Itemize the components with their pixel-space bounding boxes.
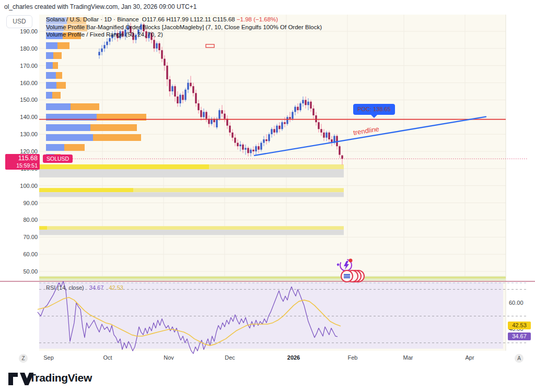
time-tick-label[interactable]: 2026 — [287, 354, 300, 361]
price-tick-label: 160.00 — [6, 80, 38, 86]
rsi-ma-value: 42.53 — [109, 284, 123, 291]
volume-profile-bars — [46, 17, 146, 161]
last-price-label: 115.68 15:59:51 — [5, 154, 40, 170]
ohlc-values: O117.66 H117.99 L112.11 C115.68 — [142, 16, 235, 22]
time-tick-label[interactable]: Dec — [225, 354, 235, 361]
time-tick-label[interactable]: Feb — [348, 354, 358, 361]
order-block-zones — [39, 164, 344, 235]
rsi-ma-badge: 42.53 — [508, 322, 531, 329]
candlestick-series — [98, 23, 343, 165]
tradingview-chart-page: ol_charles created with TradingView.com,… — [0, 0, 535, 392]
chart-marks-canvas — [0, 0, 535, 392]
rsi-current-value: 34.67 — [89, 284, 104, 291]
time-tick-label[interactable]: Apr — [465, 354, 474, 361]
trendline-drawing — [254, 117, 486, 156]
attribution-text: ol_charles created with TradingView.com,… — [4, 3, 196, 10]
rsi-axis-upper-label: 60.00 — [509, 300, 524, 306]
time-tick-label[interactable]: Oct — [103, 354, 112, 361]
chart-base-canvas — [0, 0, 535, 392]
coin-stack-sticker-icon[interactable] — [341, 270, 364, 282]
symbol-legend[interactable]: Solana / U.S. Dollar · 1D · BinanceO117.… — [46, 16, 278, 22]
rsi-value-badge: 34.67 — [508, 332, 531, 340]
price-tick-label: 80.00 — [6, 217, 38, 223]
price-tick-label: 90.00 — [6, 200, 38, 206]
price-tick-label: 150.00 — [6, 97, 38, 103]
poc-callout[interactable]: POC: 138.65 — [353, 104, 395, 115]
price-tick-label: 190.00 — [6, 28, 38, 34]
price-tick-label: 130.00 — [6, 131, 38, 137]
last-price-value: 115.68 — [5, 155, 38, 162]
rsi-ma-curve — [38, 298, 341, 346]
rsi-indicator-legend[interactable]: RSI (14, close) 34.67 42.53 — [46, 284, 123, 291]
order-block-marker — [206, 44, 214, 47]
tradingview-wordmark[interactable]: TradingView — [29, 372, 92, 384]
time-tick-label[interactable]: Sep — [43, 354, 54, 361]
symbol-price-tag: SOLUSD — [43, 155, 73, 163]
rsi-legend-title: RSI (14, close) — [46, 284, 84, 291]
symbol-title: Solana / U.S. Dollar · 1D · Binance — [46, 16, 139, 22]
timezone-button[interactable]: Z — [19, 354, 28, 363]
price-tick-label: 180.00 — [6, 45, 38, 52]
green-zone — [39, 276, 506, 281]
price-tick-label: 170.00 — [6, 63, 38, 69]
time-tick-label[interactable]: Nov — [164, 354, 174, 361]
indicator-legend-volume-profile-fixed-range[interactable]: Volume Profile / Fixed Range (50, 24, 70… — [46, 31, 163, 38]
time-tick-label[interactable]: Mar — [403, 354, 413, 361]
rsi-curve — [38, 281, 338, 353]
rsi-panel-background — [39, 282, 503, 349]
price-tick-label: 70.00 — [6, 234, 38, 240]
price-tick-label: 50.00 — [6, 268, 38, 275]
trendline-text-annotation[interactable]: trendline — [353, 125, 380, 137]
price-tick-label: 60.00 — [6, 251, 38, 257]
auto-scale-button[interactable]: A — [515, 354, 524, 363]
flash-sticker-icon[interactable] — [337, 259, 353, 271]
indicator-legend-volume-profile-order-blocks[interactable]: Volume Profile Bar-Magnified Order Block… — [46, 24, 322, 30]
price-tick-label: 140.00 — [6, 114, 38, 120]
currency-scale-button[interactable]: USD — [6, 15, 32, 28]
change-values: −1.98 (−1.68%) — [237, 16, 278, 22]
countdown-timer: 15:59:51 — [5, 162, 38, 169]
plot-background — [39, 15, 506, 351]
price-tick-label: 100.00 — [6, 183, 38, 189]
